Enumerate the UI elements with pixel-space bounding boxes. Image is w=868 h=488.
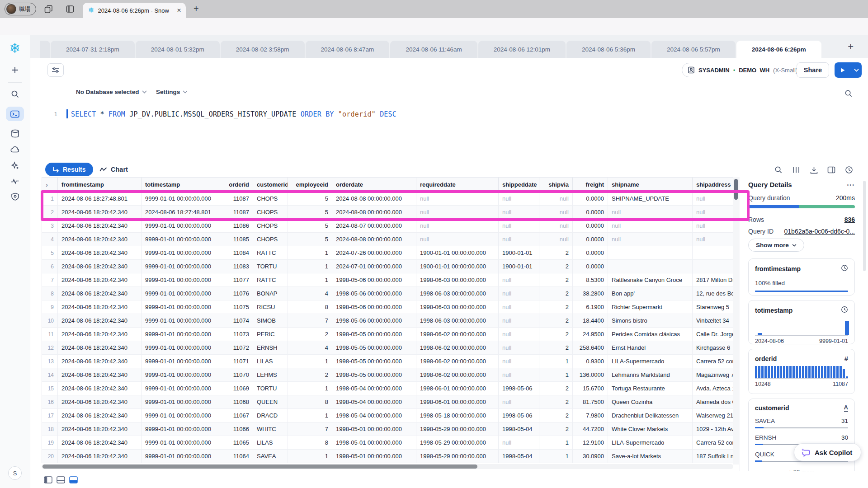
expand-rows-header[interactable]: ›: [42, 178, 58, 192]
table-cell[interactable]: RICSU: [253, 300, 288, 314]
table-cell[interactable]: 2: [539, 246, 573, 259]
table-cell[interactable]: 7: [288, 422, 332, 436]
table-cell[interactable]: 1998-05-01 00:00:00.000: [332, 436, 416, 449]
split-panel-icon[interactable]: [827, 165, 836, 174]
table-cell[interactable]: 9999-01-01 00:00:00.000: [142, 233, 224, 246]
table-cell[interactable]: 1900-01-01: [499, 260, 539, 273]
table-cell[interactable]: PERIC: [253, 328, 288, 341]
table-cell[interactable]: DRACD: [253, 409, 288, 422]
table-cell[interactable]: Simons bistro: [608, 314, 693, 327]
table-cell[interactable]: 9999-01-01 00:00:00.000: [142, 382, 224, 395]
table-cell[interactable]: null: [416, 219, 499, 232]
user-avatar[interactable]: S: [8, 466, 22, 480]
table-cell[interactable]: 1998-05-05 00:00:00.000: [332, 368, 416, 381]
table-cell[interactable]: 1998-06-03 00:00:00.000: [416, 287, 499, 300]
worksheet-tab[interactable]: 2024-08-06 12:01pm: [478, 41, 566, 58]
table-cell[interactable]: 9999-01-01 00:00:00.000: [142, 341, 224, 354]
download-icon[interactable]: [809, 165, 818, 174]
table-cell[interactable]: 11072: [224, 341, 253, 354]
table-cell[interactable]: null: [499, 192, 539, 205]
editor-search-icon[interactable]: [844, 89, 853, 99]
governance-nav-icon[interactable]: [11, 192, 19, 201]
worksheet-tab[interactable]: 2024-08-02 3:58pm: [221, 41, 305, 58]
table-cell[interactable]: null: [693, 206, 734, 219]
table-cell[interactable]: null: [693, 192, 734, 205]
table-cell[interactable]: null: [539, 206, 573, 219]
row-number[interactable]: 11: [42, 328, 58, 341]
table-cell[interactable]: 1900-01-01 00:00:00.000: [416, 260, 499, 273]
tab-actions-icon[interactable]: [65, 4, 75, 14]
worksheet-tab-partial[interactable]: [40, 41, 50, 58]
table-cell[interactable]: Richter Supermarkt: [608, 300, 693, 314]
browser-tab[interactable]: ❄ 2024-08-06 6:26pm - Snowfla ✕: [83, 3, 186, 18]
table-cell[interactable]: 2024-08-06 18:20:42.340: [58, 219, 142, 232]
table-cell[interactable]: 9999-01-01 00:00:00.000: [142, 192, 224, 205]
table-cell[interactable]: 8.5300: [573, 273, 608, 286]
column-header[interactable]: shipname: [608, 178, 693, 192]
table-cell[interactable]: 2: [539, 422, 573, 436]
table-cell[interactable]: 2: [539, 328, 573, 341]
table-cell[interactable]: 2817 Milton Dr: [693, 273, 734, 286]
ai-ml-nav-icon[interactable]: [11, 161, 19, 170]
table-cell[interactable]: SAVEA: [253, 450, 288, 463]
table-cell[interactable]: 12.9100: [573, 436, 608, 449]
table-cell[interactable]: 2024-08-06 18:20:42.340: [58, 273, 142, 286]
share-button[interactable]: Share: [797, 62, 829, 78]
columns-icon[interactable]: [792, 165, 801, 174]
snowflake-logo[interactable]: ❄: [9, 42, 20, 55]
table-cell[interactable]: 9999-01-01 00:00:00.000: [142, 260, 224, 273]
table-cell[interactable]: 1998-05-04 00:00:00.000: [332, 409, 416, 422]
stat-card-totimestamp[interactable]: totimestamp 2024-08-06 9999-01-01: [748, 300, 855, 344]
table-cell[interactable]: null: [416, 192, 499, 205]
table-cell[interactable]: null: [499, 300, 539, 314]
table-cell[interactable]: null: [499, 328, 539, 341]
worksheet-tab[interactable]: 2024-08-06 8:47am: [306, 41, 390, 58]
table-cell[interactable]: 2: [539, 314, 573, 327]
run-play-icon[interactable]: [835, 62, 851, 78]
row-number[interactable]: 9: [42, 300, 58, 314]
table-cell[interactable]: 1998-05-06 00:00:00.000: [332, 314, 416, 327]
table-cell[interactable]: LILAS: [253, 355, 288, 368]
table-cell[interactable]: RATTC: [253, 273, 288, 286]
data-nav-icon[interactable]: [11, 129, 19, 138]
table-cell[interactable]: 2024-08-08 00:00:00.000: [332, 206, 416, 219]
table-cell[interactable]: 11084: [224, 246, 253, 259]
table-cell[interactable]: 1: [288, 260, 332, 273]
table-cell[interactable]: [693, 260, 734, 273]
table-cell[interactable]: 9999-01-01 00:00:00.000: [142, 219, 224, 232]
table-cell[interactable]: null: [608, 233, 693, 246]
column-header[interactable]: shipaddress: [693, 178, 734, 192]
table-cell[interactable]: Save-a-lot Markets: [608, 450, 693, 463]
table-cell[interactable]: 9999-01-01 00:00:00.000: [142, 300, 224, 314]
table-cell[interactable]: 1998-05-06: [499, 409, 539, 422]
table-cell[interactable]: null: [693, 219, 734, 232]
table-cell[interactable]: Walserweg 21: [693, 409, 734, 422]
grid-vertical-scrollbar[interactable]: [733, 177, 739, 465]
table-cell[interactable]: 1998-05-01 00:00:00.000: [332, 450, 416, 463]
grid-horizontal-scrollbar[interactable]: [42, 464, 733, 469]
table-cell[interactable]: null: [499, 436, 539, 449]
table-cell[interactable]: 5: [288, 233, 332, 246]
table-cell[interactable]: 5: [288, 192, 332, 205]
table-cell[interactable]: 18.4400: [573, 314, 608, 327]
table-cell[interactable]: 2024-08-06 18:20:42.340: [58, 246, 142, 259]
table-cell[interactable]: Rattlesnake Canyon Groce: [608, 273, 693, 286]
table-cell[interactable]: 1998-05-06: [499, 382, 539, 395]
row-number[interactable]: 19: [42, 436, 58, 449]
table-cell[interactable]: Vinbæltet 34: [693, 314, 734, 327]
marketplace-nav-icon[interactable]: [10, 146, 19, 153]
table-cell[interactable]: 1998-06-02 00:00:00.000: [416, 355, 499, 368]
table-cell[interactable]: 1998-05-29 00:00:00.000: [416, 436, 499, 449]
search-nav-icon[interactable]: [11, 90, 19, 99]
column-header[interactable]: freight: [573, 178, 608, 192]
table-cell[interactable]: 11069: [224, 382, 253, 395]
table-cell[interactable]: null: [499, 368, 539, 381]
table-cell[interactable]: 0.0000: [573, 260, 608, 273]
table-cell[interactable]: 1: [288, 355, 332, 368]
table-cell[interactable]: 2: [539, 300, 573, 314]
table-cell[interactable]: null: [499, 355, 539, 368]
table-cell[interactable]: 12, rue des Bou: [693, 287, 734, 300]
table-cell[interactable]: 9999-01-01 00:00:00.000: [142, 368, 224, 381]
table-cell[interactable]: 1: [539, 450, 573, 463]
table-cell[interactable]: 9999-01-01 00:00:00.000: [142, 246, 224, 259]
